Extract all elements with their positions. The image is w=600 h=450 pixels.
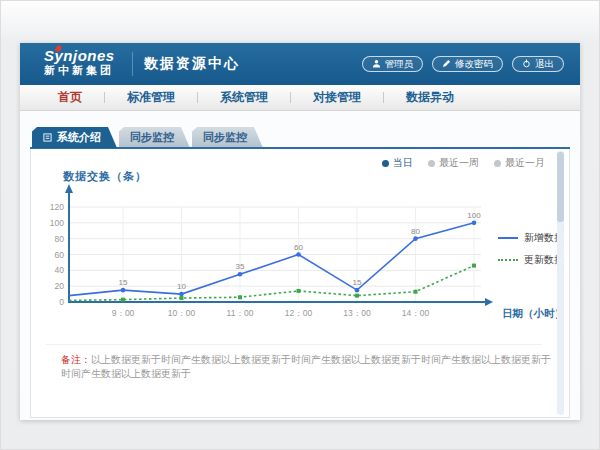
svg-text:80: 80 — [55, 234, 65, 244]
edit-icon — [442, 59, 451, 70]
axes — [65, 184, 493, 306]
screenshot-stage: Synjones 新中新集团 数据资源中心 管理员 修改 — [0, 0, 600, 450]
svg-text:11：00: 11：00 — [227, 308, 254, 318]
svg-text:15: 15 — [353, 278, 362, 287]
note-divider — [46, 344, 542, 345]
logout-button[interactable]: 退出 — [512, 56, 564, 72]
tab-sync-monitor-2[interactable]: 同步监控 — [192, 127, 263, 148]
svg-text:10：00: 10：00 — [168, 308, 196, 318]
y-tick-labels: 020406080100120 — [50, 202, 64, 307]
footnote: 备注：以上数据更新于时间产生数据以上数据更新于时间产生数据以上数据更新于时间产生… — [61, 353, 551, 381]
tab-strip: 系统介绍 同步监控 同步监控 — [32, 127, 263, 148]
svg-text:80: 80 — [411, 227, 420, 236]
svg-text:12：00: 12：00 — [285, 308, 313, 318]
svg-text:0: 0 — [59, 297, 64, 307]
svg-text:20: 20 — [55, 281, 65, 291]
tab-sync-monitor-1[interactable]: 同步监控 — [119, 127, 190, 148]
series-0: 151035601580100 — [69, 211, 481, 297]
scrollbar-thumb[interactable] — [557, 152, 564, 222]
svg-text:100: 100 — [50, 218, 64, 228]
svg-text:15: 15 — [119, 278, 128, 287]
period-last-week[interactable]: 最近一周 — [428, 156, 479, 170]
company-logo: Synjones 新中新集团 — [44, 48, 115, 76]
user-icon — [372, 59, 381, 70]
svg-text:60: 60 — [55, 250, 65, 260]
legend-item-new-data[interactable]: 新增数据 — [498, 231, 564, 245]
svg-text:10: 10 — [177, 282, 186, 291]
svg-text:13：00: 13：00 — [343, 308, 371, 318]
legend-item-updated-data[interactable]: 更新数据 — [498, 253, 564, 267]
logo-text-en: Synjones — [44, 48, 115, 64]
svg-text:60: 60 — [294, 243, 303, 252]
page-title: 数据资源中心 — [144, 43, 240, 85]
main-nav: 首页 标准管理 系统管理 对接管理 数据异动 — [20, 85, 580, 111]
svg-text:120: 120 — [50, 202, 64, 212]
svg-text:14：00: 14：00 — [402, 308, 430, 318]
app-window: Synjones 新中新集团 数据资源中心 管理员 修改 — [20, 43, 580, 420]
svg-text:35: 35 — [236, 262, 245, 271]
footnote-label: 备注： — [61, 354, 91, 365]
period-filter: 当日 最近一周 最近一月 — [382, 156, 545, 170]
blue-line-icon — [498, 237, 518, 239]
power-icon — [522, 59, 531, 70]
x-tick-labels: 9：0010：0011：0012：0013：0014：00 — [112, 308, 430, 318]
app-header: Synjones 新中新集团 数据资源中心 管理员 修改 — [20, 43, 580, 85]
change-password-button[interactable]: 修改密码 — [432, 56, 503, 72]
svg-text:100: 100 — [467, 211, 481, 220]
radio-selected-icon — [382, 160, 389, 167]
nav-item-system-mgmt[interactable]: 系统管理 — [198, 89, 290, 106]
series-1 — [69, 264, 476, 302]
nav-item-home[interactable]: 首页 — [36, 89, 104, 106]
nav-item-data-change[interactable]: 数据异动 — [384, 89, 476, 106]
admin-user-button[interactable]: 管理员 — [362, 56, 424, 72]
radio-icon — [428, 160, 435, 167]
svg-text:9：00: 9：00 — [112, 308, 135, 318]
footnote-text: 以上数据更新于时间产生数据以上数据更新于时间产生数据以上数据更新于时间产生数据以… — [61, 354, 551, 379]
document-icon — [43, 132, 52, 144]
content-panel: 当日 最近一周 最近一月 数据交换（条） 0204060801001209：00… — [30, 149, 570, 418]
period-last-month[interactable]: 最近一月 — [494, 156, 545, 170]
panel-scrollbar[interactable] — [557, 151, 564, 415]
user-actions: 管理员 修改密码 退出 — [362, 43, 565, 85]
tab-system-intro[interactable]: 系统介绍 — [32, 127, 117, 148]
gridlines — [69, 207, 481, 301]
nav-item-standard-mgmt[interactable]: 标准管理 — [105, 89, 197, 106]
x-axis-title: 日期（小时） — [502, 307, 565, 321]
chart-legend: 新增数据 更新数据 — [498, 231, 564, 267]
svg-text:40: 40 — [55, 265, 65, 275]
line-chart: 0204060801001209：0010：0011：0012：0013：001… — [41, 180, 501, 340]
nav-item-interface-mgmt[interactable]: 对接管理 — [291, 89, 383, 106]
green-dotted-line-icon — [498, 259, 518, 261]
logo-text-cn: 新中新集团 — [44, 65, 115, 77]
radio-icon — [494, 160, 501, 167]
period-today[interactable]: 当日 — [382, 156, 413, 170]
header-divider — [132, 52, 133, 76]
